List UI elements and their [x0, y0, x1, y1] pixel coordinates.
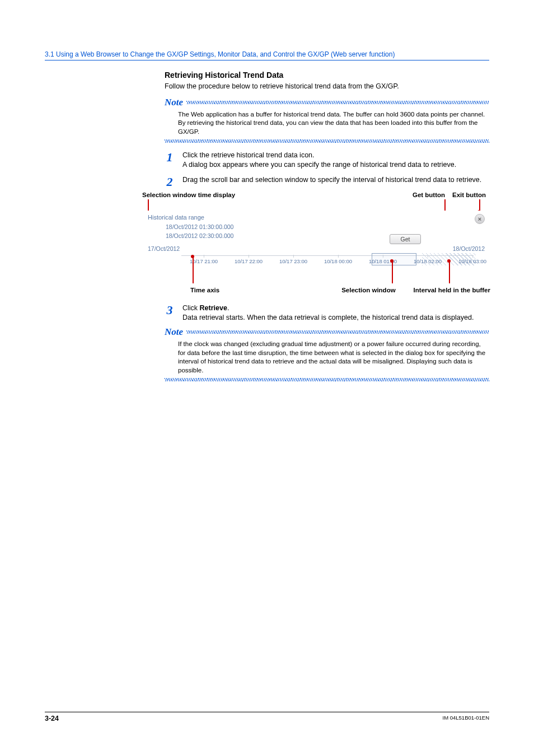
- axis-end-label: 18/Oct/2012: [453, 245, 485, 252]
- step-1-line2: A dialog box appears where you can speci…: [182, 160, 489, 170]
- tick-2: 10/17 23:00: [279, 258, 307, 264]
- note-label: Note: [165, 97, 183, 108]
- step-3: 3 Click Retrieve. Data retrieval starts.…: [165, 304, 489, 323]
- step-1-line1: Click the retrieve historical trend data…: [182, 151, 489, 160]
- breadcrumb: 3.1 Using a Web Browser to Change the GX…: [45, 50, 489, 60]
- tick-6: 10/18 03:00: [458, 258, 486, 264]
- note-block-2: Note If the clock was changed (excluding…: [165, 326, 489, 381]
- callout-selection-time: Selection window time display: [142, 192, 410, 198]
- note-hatch-bottom: [165, 139, 489, 143]
- page-footer: 3-24 IM 04L51B01-01EN: [45, 712, 489, 722]
- historical-data-dialog: × Historical data range 18/Oct/2012 01:3…: [142, 211, 490, 273]
- tick-1: 10/17 22:00: [235, 258, 263, 264]
- axis-start-label: 17/Oct/2012: [148, 245, 180, 252]
- dialog-title: Historical data range: [148, 214, 485, 221]
- note-label: Note: [165, 326, 183, 338]
- note-body-1: The Web application has a buffer for his…: [165, 108, 489, 138]
- step-2: 2 Drag the scroll bar and selection wind…: [165, 175, 489, 188]
- callout-get-button: Get button: [410, 192, 448, 198]
- doc-id: IM 04L51B01-01EN: [443, 715, 489, 722]
- note-hatch: [186, 330, 489, 334]
- range-from: 18/Oct/2012 01:30:00.000: [166, 223, 485, 232]
- tick-5: 10/18 02:00: [414, 258, 442, 264]
- step-number: 1: [165, 151, 175, 170]
- section-title: Retrieving Historical Trend Data: [165, 71, 489, 80]
- note-body-2: If the clock was changed (excluding grad…: [165, 338, 489, 376]
- callout-interval-buffer: Interval held in the buffer: [414, 287, 490, 293]
- step-number: 3: [165, 304, 175, 323]
- page-number: 3-24: [45, 715, 59, 722]
- tick-0: 10/17 21:00: [190, 258, 218, 264]
- step-3-line1: Click Retrieve.: [182, 304, 489, 313]
- tick-3: 10/18 00:00: [324, 258, 352, 264]
- intro-text: Follow the procedure below to retrieve h…: [165, 82, 489, 91]
- step-number: 2: [165, 175, 175, 188]
- step-2-line1: Drag the scroll bar and selection window…: [182, 175, 489, 185]
- get-button[interactable]: Get: [390, 234, 421, 244]
- range-to: 18/Oct/2012 02:30:00.000: [166, 232, 485, 241]
- callout-selection-window: Selection window: [341, 287, 395, 293]
- note-hatch: [186, 101, 489, 104]
- note-hatch-bottom: [165, 378, 489, 381]
- callout-exit-button: Exit button: [448, 192, 490, 198]
- close-icon: ×: [478, 216, 481, 222]
- time-axis[interactable]: 17/Oct/2012 18/Oct/2012 10/17 21:00 10/1…: [148, 245, 485, 270]
- callout-time-axis: Time axis: [190, 287, 219, 293]
- note-block-1: Note The Web application has a buffer fo…: [165, 97, 489, 143]
- step-1: 1 Click the retrieve historical trend da…: [165, 151, 489, 170]
- step-3-line2: Data retrieval starts. When the data ret…: [182, 313, 489, 323]
